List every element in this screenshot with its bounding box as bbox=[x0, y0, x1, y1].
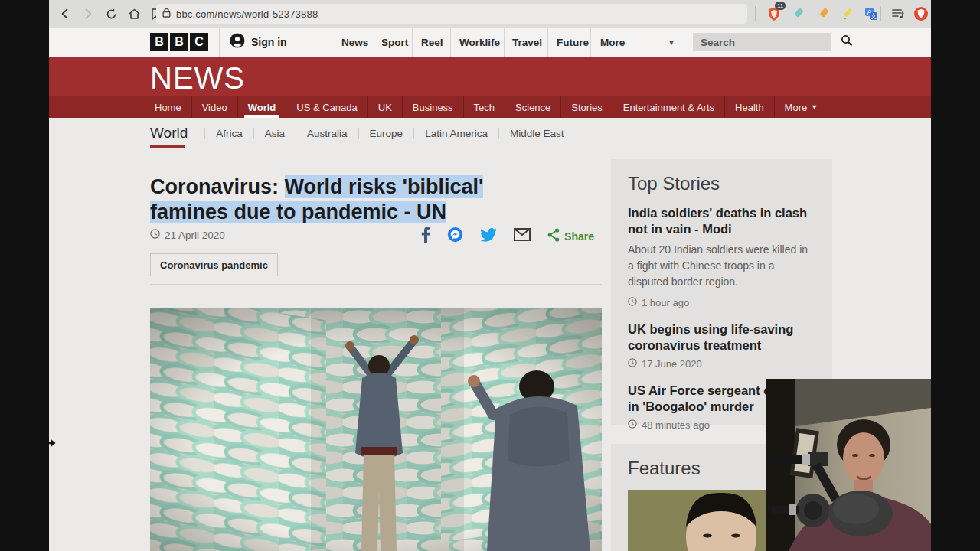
search-icon[interactable] bbox=[841, 34, 853, 50]
news-section-nav: Home Video World US & Canada UK Business… bbox=[49, 96, 931, 118]
nav-item-home[interactable]: Home bbox=[145, 96, 191, 118]
twitter-icon[interactable] bbox=[480, 228, 497, 245]
subnav-item-latin-america[interactable]: Latin America bbox=[413, 128, 498, 139]
header-tab-travel[interactable]: Travel bbox=[512, 28, 542, 57]
clock-icon bbox=[628, 358, 637, 370]
playlist-icon[interactable] bbox=[890, 5, 906, 22]
clock-icon bbox=[150, 229, 160, 241]
story-title[interactable]: India soldiers' deaths in clash not in v… bbox=[628, 205, 815, 237]
top-stories-heading: Top Stories bbox=[628, 173, 815, 194]
header-tab-future[interactable]: Future bbox=[557, 28, 589, 57]
url-bar[interactable]: bbc.com/news/world-52373888 bbox=[156, 4, 747, 24]
news-brand[interactable]: NEWS bbox=[150, 61, 245, 96]
webcam-overlay bbox=[766, 379, 931, 551]
share-icons: Share bbox=[421, 227, 594, 246]
lock-icon bbox=[162, 7, 171, 21]
story-title[interactable]: UK begins using life-saving coronavirus … bbox=[628, 321, 815, 354]
story-summary: About 20 Indian soldiers were killed in … bbox=[628, 242, 815, 290]
nav-item-more[interactable]: More▼ bbox=[774, 96, 828, 118]
header-divider bbox=[332, 28, 332, 57]
subnav-item-europe[interactable]: Europe bbox=[358, 128, 414, 139]
subnav-section-world[interactable]: World bbox=[150, 125, 198, 142]
share-label: Share bbox=[564, 230, 594, 243]
share-button[interactable]: Share bbox=[547, 228, 594, 244]
headline-selected-text: World risks 'biblical' bbox=[285, 175, 484, 198]
brave-menu-icon[interactable] bbox=[913, 5, 929, 22]
nav-item-business[interactable]: Business bbox=[402, 96, 463, 118]
subnav-item-middle-east[interactable]: Middle East bbox=[498, 128, 575, 139]
news-masthead: NEWS bbox=[49, 57, 931, 96]
chevron-down-icon[interactable]: ▼ bbox=[668, 28, 675, 57]
back-button[interactable] bbox=[57, 5, 74, 22]
toolbar-separator bbox=[755, 6, 756, 21]
story-item[interactable]: UK begins using life-saving coronavirus … bbox=[628, 321, 815, 370]
header-divider bbox=[412, 28, 413, 57]
nav-item-world[interactable]: World bbox=[237, 96, 286, 118]
clock-icon bbox=[628, 419, 637, 431]
subnav-item-africa[interactable]: Africa bbox=[204, 128, 253, 139]
publish-date-text: 21 April 2020 bbox=[165, 230, 225, 241]
brave-shield-icon[interactable]: 11 bbox=[766, 5, 782, 22]
subnav-item-asia[interactable]: Asia bbox=[253, 128, 296, 139]
bbc-logo-letter: C bbox=[190, 33, 208, 51]
bbc-global-header: B B C Sign in News Sport Reel Worklife T… bbox=[49, 28, 931, 57]
headline-selected-text: famines due to pandemic - UN bbox=[150, 201, 446, 223]
home-button[interactable] bbox=[126, 5, 142, 22]
toolbar-separator bbox=[880, 6, 881, 21]
forward-button[interactable] bbox=[80, 5, 96, 22]
reload-button[interactable] bbox=[103, 5, 119, 22]
story-timestamp: 1 hour ago bbox=[628, 297, 815, 308]
svg-text:文: 文 bbox=[871, 13, 877, 20]
nav-item-stories[interactable]: Stories bbox=[560, 96, 612, 118]
email-icon[interactable] bbox=[514, 228, 531, 244]
nav-item-tech[interactable]: Tech bbox=[463, 96, 505, 118]
sign-in-label: Sign in bbox=[251, 36, 287, 48]
mouse-cursor bbox=[44, 438, 58, 452]
shield-badge: 11 bbox=[775, 2, 786, 10]
facebook-icon[interactable] bbox=[421, 227, 430, 246]
article-headline: Coronavirus: World risks 'biblical'famin… bbox=[150, 174, 533, 225]
header-tab-worklife[interactable]: Worklife bbox=[459, 28, 500, 57]
article-meta-row: 21 April 2020 Sh bbox=[150, 227, 602, 245]
clock-icon bbox=[628, 297, 637, 308]
chevron-down-icon: ▼ bbox=[811, 103, 818, 111]
bbc-logo-letter: B bbox=[170, 33, 188, 51]
publish-date: 21 April 2020 bbox=[150, 229, 225, 241]
article-divider bbox=[150, 284, 602, 285]
header-divider bbox=[504, 28, 505, 57]
bbc-logo-letter: B bbox=[150, 33, 168, 51]
world-subnav: World Africa Asia Australia Europe Latin… bbox=[150, 118, 574, 148]
nav-item-uk[interactable]: UK bbox=[368, 96, 402, 118]
search-input[interactable] bbox=[699, 36, 841, 49]
header-divider bbox=[219, 28, 220, 57]
bbc-logo[interactable]: B B C bbox=[150, 33, 208, 51]
nav-item-us-canada[interactable]: US & Canada bbox=[286, 96, 368, 118]
highlighter-teal-icon[interactable] bbox=[790, 5, 807, 22]
header-tab-reel[interactable]: Reel bbox=[421, 28, 443, 57]
sign-in-button[interactable]: Sign in bbox=[230, 28, 287, 57]
nav-item-science[interactable]: Science bbox=[505, 96, 560, 118]
story-item[interactable]: India soldiers' deaths in clash not in v… bbox=[628, 205, 815, 308]
header-divider bbox=[684, 28, 684, 57]
video-frame: bbc.com/news/world-52373888 11 A文 bbox=[0, 0, 980, 551]
subnav-item-australia[interactable]: Australia bbox=[296, 128, 358, 139]
header-tab-more[interactable]: More bbox=[600, 28, 625, 57]
header-tab-sport[interactable]: Sport bbox=[381, 28, 408, 57]
header-divider bbox=[374, 28, 374, 57]
nav-item-health[interactable]: Health bbox=[724, 96, 774, 118]
header-tab-news[interactable]: News bbox=[341, 28, 368, 57]
search-box[interactable] bbox=[693, 33, 831, 51]
article-image bbox=[150, 308, 602, 551]
share-icon bbox=[547, 228, 560, 244]
url-text: bbc.com/news/world-52373888 bbox=[176, 8, 318, 20]
topic-tag[interactable]: Coronavirus pandemic bbox=[150, 253, 278, 276]
nav-item-entertainment-arts[interactable]: Entertainment & Arts bbox=[612, 96, 724, 118]
translate-icon[interactable]: A文 bbox=[863, 5, 880, 22]
pencil-yellow-icon[interactable] bbox=[839, 5, 856, 22]
nav-item-video[interactable]: Video bbox=[191, 96, 237, 118]
header-divider bbox=[450, 28, 451, 57]
highlighter-orange-icon[interactable] bbox=[815, 5, 832, 22]
account-icon bbox=[230, 33, 245, 51]
messenger-icon[interactable] bbox=[447, 227, 463, 246]
story-timestamp: 17 June 2020 bbox=[628, 358, 815, 370]
